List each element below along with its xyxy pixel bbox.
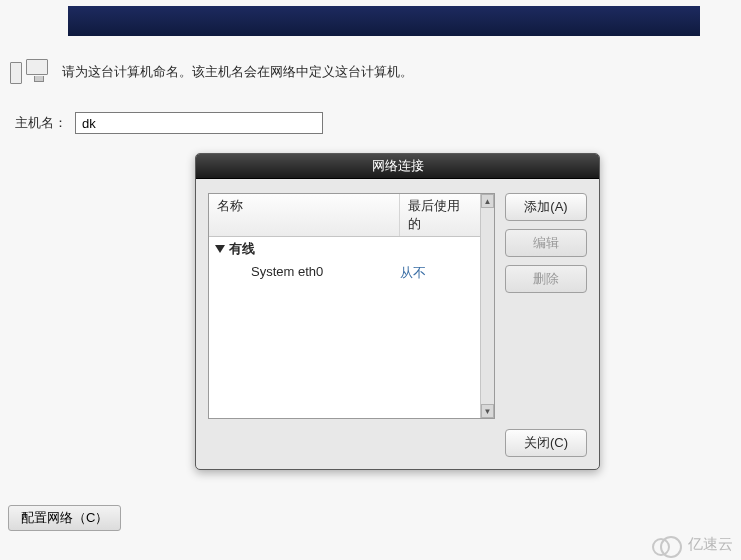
watermark: 亿速云 — [652, 535, 733, 554]
scrollbar[interactable]: ▲ ▼ — [480, 194, 494, 418]
connection-list: 名称 最后使用的 有线 System eth0 从不 ▲ ▼ — [208, 193, 495, 419]
network-dialog: 网络连接 名称 最后使用的 有线 System eth0 从不 — [195, 153, 600, 470]
instruction-text: 请为这台计算机命名。该主机名会在网络中定义这台计算机。 — [62, 63, 413, 81]
group-wired[interactable]: 有线 — [209, 237, 480, 261]
edit-button[interactable]: 编辑 — [505, 229, 587, 257]
chevron-down-icon — [215, 245, 225, 253]
delete-button[interactable]: 删除 — [505, 265, 587, 293]
add-button[interactable]: 添加(A) — [505, 193, 587, 221]
scroll-up-icon[interactable]: ▲ — [481, 194, 494, 208]
configure-network-button[interactable]: 配置网络（C） — [8, 505, 121, 531]
hostname-row: 主机名： — [15, 112, 323, 134]
scroll-down-icon[interactable]: ▼ — [481, 404, 494, 418]
computer-icon — [10, 58, 52, 86]
dialog-titlebar[interactable]: 网络连接 — [196, 154, 599, 179]
dialog-title: 网络连接 — [372, 158, 424, 173]
list-item[interactable]: System eth0 从不 — [209, 261, 480, 285]
instruction-row: 请为这台计算机命名。该主机名会在网络中定义这台计算机。 — [10, 58, 413, 86]
list-header: 名称 最后使用的 — [209, 194, 480, 237]
hostname-input[interactable] — [75, 112, 323, 134]
close-button[interactable]: 关闭(C) — [505, 429, 587, 457]
scroll-track[interactable] — [481, 208, 494, 404]
top-banner — [68, 6, 700, 36]
conn-name: System eth0 — [251, 264, 400, 282]
hostname-label: 主机名： — [15, 114, 67, 132]
conn-lastused: 从不 — [400, 264, 474, 282]
group-label: 有线 — [229, 240, 255, 258]
watermark-text: 亿速云 — [688, 535, 733, 554]
cloud-icon — [652, 536, 682, 554]
col-header-name[interactable]: 名称 — [209, 194, 400, 236]
col-header-lastused[interactable]: 最后使用的 — [400, 194, 480, 236]
